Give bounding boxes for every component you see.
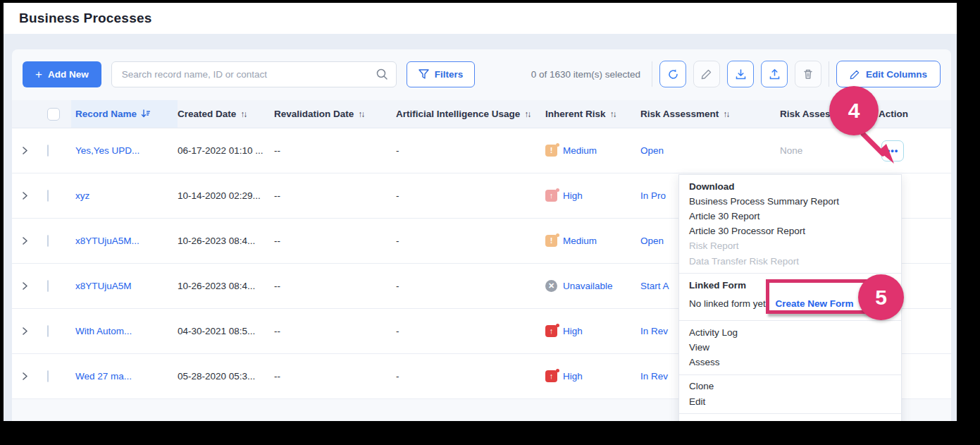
delete-button[interactable] xyxy=(795,61,821,87)
download-button[interactable] xyxy=(727,61,754,87)
col-record-name[interactable]: Record Name xyxy=(71,100,178,128)
created-date-cell: 06-17-2022 01:10 ... xyxy=(178,145,274,156)
menu-actions-section-2: Clone Edit xyxy=(679,375,901,414)
ai-usage-cell: - xyxy=(396,371,545,382)
expand-chevron-icon[interactable] xyxy=(12,237,37,245)
col-inherent-risk[interactable]: Inherent Risk ↑↓ xyxy=(545,109,640,119)
app-window: Business Processes + Add New xyxy=(4,3,957,421)
funnel-icon xyxy=(418,69,429,79)
menu-item-delete[interactable]: Delete xyxy=(679,418,901,421)
sort-icon[interactable]: ↑↓ xyxy=(358,109,364,119)
risk-label[interactable]: Unavailable xyxy=(563,281,613,291)
record-name-link[interactable]: x8YTUjuA5M... xyxy=(75,236,139,246)
step-5-number: 5 xyxy=(875,286,887,310)
record-name-link[interactable]: Wed 27 ma... xyxy=(75,371,132,382)
menu-download-section: Download Business Process Summary Report… xyxy=(679,175,901,274)
sort-icon[interactable]: ↑↓ xyxy=(524,109,530,119)
record-name-link[interactable]: Yes,Yes UPD... xyxy=(75,145,139,156)
sort-icon[interactable]: ↑↓ xyxy=(723,109,728,119)
inherent-risk-cell: ↑ High xyxy=(545,190,640,202)
menu-item-article-30-processor-report[interactable]: Article 30 Processor Report xyxy=(679,224,901,239)
menu-item-assess[interactable]: Assess xyxy=(679,355,901,370)
ai-usage-cell: - xyxy=(396,326,545,336)
risk-assessment-link[interactable]: In Pro xyxy=(640,190,666,201)
sort-icon[interactable]: ↑↓ xyxy=(610,109,616,119)
revalidation-date-cell: -- xyxy=(274,236,396,246)
step-4-badge: 4 xyxy=(829,86,879,135)
risk-assessment-link[interactable]: Open xyxy=(640,145,664,156)
toolbar-right: 0 of 1630 item(s) selected xyxy=(531,61,941,87)
risk-high-icon: ↑ xyxy=(545,370,557,382)
row-checkbox[interactable] xyxy=(47,145,49,157)
menu-item-article-30-report[interactable]: Article 30 Report xyxy=(679,209,901,224)
expand-chevron-icon[interactable] xyxy=(12,372,37,380)
col-revalidation-date[interactable]: Revalidation Date ↑↓ xyxy=(274,109,396,119)
divider xyxy=(652,61,652,87)
created-date-cell: 04-30-2021 08:5... xyxy=(178,326,274,336)
expand-chevron-icon[interactable] xyxy=(12,192,37,200)
expand-chevron-icon[interactable] xyxy=(12,282,37,290)
menu-delete-section: Delete xyxy=(679,414,901,421)
menu-item-bp-summary-report[interactable]: Business Process Summary Report xyxy=(679,194,901,209)
sort-amount-icon[interactable] xyxy=(141,109,151,118)
revalidation-date-cell: -- xyxy=(274,281,396,291)
record-name-link[interactable]: x8YTUjuA5M xyxy=(75,281,132,291)
add-new-button[interactable]: + Add New xyxy=(23,61,101,87)
risk-assessment-link[interactable]: In Rev xyxy=(640,371,668,382)
record-name-link[interactable]: xyz xyxy=(75,190,89,201)
risk-assessment-link[interactable]: Start A xyxy=(640,281,669,291)
select-all-checkbox-cell xyxy=(37,108,71,121)
menu-actions-section-1: Activity Log View Assess xyxy=(679,321,901,375)
expand-chevron-icon[interactable] xyxy=(12,147,37,154)
col-risk-assessment-label: Risk Assessment xyxy=(640,109,719,119)
col-ai-usage[interactable]: Artificial Intelligence Usage ↑↓ xyxy=(396,109,545,119)
row-checkbox[interactable] xyxy=(47,370,49,382)
created-date-cell: 05-28-2020 05:3... xyxy=(178,371,274,382)
risk-unavailable-icon: ✕ xyxy=(545,280,557,292)
row-checkbox[interactable] xyxy=(47,190,49,202)
col-created-date[interactable]: Created Date ↑↓ xyxy=(178,109,274,119)
step-4-number: 4 xyxy=(848,99,860,123)
upload-button[interactable] xyxy=(761,61,788,87)
revalidation-date-cell: -- xyxy=(274,326,396,336)
edit-columns-button[interactable]: Edit Columns xyxy=(836,61,941,87)
menu-item-clone[interactable]: Clone xyxy=(679,379,901,394)
sort-icon[interactable]: ↑↓ xyxy=(240,109,246,119)
filters-button[interactable]: Filters xyxy=(407,61,476,87)
risk-label[interactable]: High xyxy=(563,371,583,382)
edit-columns-label: Edit Columns xyxy=(866,69,927,80)
risk-label[interactable]: High xyxy=(563,326,583,336)
menu-item-activity-log[interactable]: Activity Log xyxy=(679,325,901,340)
risk-label[interactable]: Medium xyxy=(563,236,597,246)
col-ai-usage-label: Artificial Intelligence Usage xyxy=(396,109,520,119)
menu-item-view[interactable]: View xyxy=(679,341,901,355)
risk-label[interactable]: High xyxy=(563,190,583,201)
ai-usage-cell: - xyxy=(396,236,545,246)
risk-assessment-link[interactable]: Open xyxy=(640,236,664,246)
col-risk-assessment[interactable]: Risk Assessment ↑↓ xyxy=(640,109,780,119)
search-icon xyxy=(376,68,388,80)
record-name-link[interactable]: With Autom... xyxy=(75,326,132,336)
row-checkbox[interactable] xyxy=(47,280,49,292)
refresh-button[interactable] xyxy=(659,61,686,87)
menu-item-edit[interactable]: Edit xyxy=(679,394,901,409)
risk-medium-icon: ! xyxy=(545,235,557,247)
filters-label: Filters xyxy=(435,69,464,80)
col-risk-assessment-2-label: Risk Assess xyxy=(780,109,836,119)
inherent-risk-cell: ↑ High xyxy=(545,370,640,382)
search-input[interactable] xyxy=(111,61,397,87)
expand-chevron-icon[interactable] xyxy=(12,327,37,335)
row-checkbox[interactable] xyxy=(47,325,49,337)
add-new-label: Add New xyxy=(48,69,89,80)
edit-button[interactable] xyxy=(693,61,720,87)
risk-assessment-link[interactable]: In Rev xyxy=(640,326,668,336)
created-date-cell: 10-26-2023 08:4... xyxy=(178,236,274,246)
row-checkbox[interactable] xyxy=(47,235,49,247)
select-all-checkbox[interactable] xyxy=(47,108,60,121)
risk-label[interactable]: Medium xyxy=(563,145,597,156)
ai-usage-cell: - xyxy=(396,281,545,291)
step-5-badge: 5 xyxy=(858,274,904,320)
risk-high-icon: ↑ xyxy=(545,190,557,202)
pencil-icon xyxy=(850,69,860,80)
menu-header-download: Download xyxy=(679,179,901,194)
